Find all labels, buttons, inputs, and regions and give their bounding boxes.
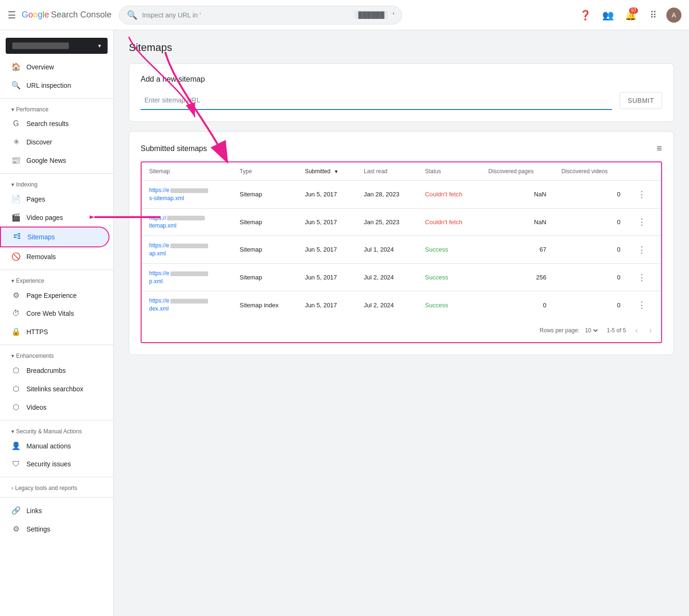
filter-icon[interactable]: ≡ [656,143,662,154]
url-inspection-search[interactable]: 🔍 Inspect any URL in ' ██████ ' [119,6,402,25]
user-management-button[interactable]: 👥 [598,6,617,25]
submitted-sitemaps-title: Submitted sitemaps [141,144,207,153]
sitemap-url[interactable]: https://ep.xml [149,270,225,286]
svg-rect-4 [18,237,20,239]
svg-line-6 [16,235,18,236]
cell-type: Sitemap [232,208,297,236]
submitted-sitemaps-header: Submitted sitemaps ≡ [141,143,662,154]
table-row: https://ep.xmlSitemapJun 5, 2017Jul 2, 2… [142,263,661,291]
cell-actions: ⋮ [628,208,661,236]
sidebar-item-sitemaps[interactable]: Sitemaps [0,227,109,247]
sidebar-item-pages[interactable]: 📄 Pages [0,190,109,208]
cwv-icon: ⏱ [11,309,21,318]
cell-status: Couldn't fetch [418,208,481,236]
sidebar-item-search-results[interactable]: G Search results [0,115,109,133]
add-sitemap-card: Add a new sitemap SUBMIT [129,63,674,122]
sitemap-url[interactable]: https://eap.xml [149,242,225,258]
sitemap-url-input[interactable] [141,91,612,110]
cell-type: Sitemap [232,236,297,264]
sitemaps-table-container: Sitemap Type Submitted ▼ Last read Statu… [141,161,662,343]
sitemap-icon [12,232,22,242]
chevron-down-icon: ▾ [11,181,14,188]
sort-arrow-icon: ▼ [334,169,339,174]
section-label: Performance [16,106,49,113]
col-type: Type [232,162,297,181]
sidebar-section-performance[interactable]: ▾ Performance [0,102,113,115]
submit-sitemap-button[interactable]: SUBMIT [620,92,662,109]
sidebar-item-label: Discover [26,138,52,146]
sitemap-url[interactable]: https://itemap.xml [149,214,225,230]
section-label: Indexing [16,181,37,188]
sitemap-url[interactable]: https://es-sitemap.xml [149,186,225,203]
chevron-down-icon: ▾ [11,353,14,359]
video-icon: 🎬 [11,213,21,222]
sidebar-item-google-news[interactable]: 📰 Google News [0,151,109,169]
sidebar-item-discover[interactable]: ✳ Discover [0,133,109,151]
col-submitted[interactable]: Submitted ▼ [297,162,356,181]
cell-submitted: Jun 5, 2017 [297,263,356,291]
sidebar-section-enhancements[interactable]: ▾ Enhancements [0,349,113,361]
apps-button[interactable]: ⠿ [644,6,663,25]
svg-rect-3 [18,236,20,237]
menu-icon[interactable]: ☰ [8,9,16,21]
cell-submitted: Jun 5, 2017 [297,236,356,264]
discover-icon: ✳ [11,137,21,146]
more-actions-button[interactable]: ⋮ [636,215,648,229]
more-actions-button[interactable]: ⋮ [636,270,648,285]
next-page-button[interactable]: › [647,324,654,337]
help-icon: ❓ [580,9,591,21]
section-label: Experience [16,278,44,284]
sitemaps-table: Sitemap Type Submitted ▼ Last read Statu… [142,162,661,319]
sidebar-item-video-pages[interactable]: 🎬 Video pages [0,208,109,227]
sidebar-divider-1 [0,98,113,99]
sidebar-item-core-web-vitals[interactable]: ⏱ Core Web Vitals [0,304,109,322]
rows-per-page-select[interactable]: 10 25 50 [583,327,599,334]
sidebar-item-label: Breadcrumbs [26,367,66,374]
more-actions-button[interactable]: ⋮ [636,187,648,202]
breadcrumb-icon: ⬡ [11,366,21,375]
news-icon: 📰 [11,156,21,165]
sidebar-item-url-inspection[interactable]: 🔍 URL inspection [0,76,109,94]
svg-rect-0 [14,235,16,236]
sidebar-item-label: Sitemaps [27,233,55,241]
svg-rect-1 [14,236,16,238]
property-selector[interactable]: ▾ [6,38,108,54]
sidebar-item-overview[interactable]: 🏠 Overview [0,58,109,76]
sitemap-url[interactable]: https://edex.xml [149,297,225,313]
cell-type: Sitemap [232,263,297,291]
sidebar-item-label: URL inspection [26,82,71,89]
sidebar-item-https[interactable]: 🔒 HTTPS [0,322,109,341]
google-logo: Google [22,10,49,20]
cell-discovered-videos: 0 [554,291,628,319]
sidebar-divider-4 [0,345,113,345]
notifications-button[interactable]: 🔔 97 [621,6,640,25]
table-row: https://edex.xmlSitemap indexJun 5, 2017… [142,291,661,319]
sidebar-item-label: Removals [26,253,56,261]
sidebar-item-removals[interactable]: 🚫 Removals [0,247,109,266]
search-quote: ' [393,11,394,19]
property-label [12,42,69,49]
sidebar-item-label: Google News [26,157,66,164]
cell-last-read: Jul 2, 2024 [356,263,418,291]
more-actions-button[interactable]: ⋮ [636,298,648,312]
sidebar-section-indexing[interactable]: ▾ Indexing [0,177,113,190]
help-button[interactable]: ❓ [576,6,595,25]
sidebar-section-experience[interactable]: ▾ Experience [0,274,113,286]
table-row: https://eap.xmlSitemapJun 5, 2017Jul 1, … [142,236,661,264]
layout: ▾ 🏠 Overview 🔍 URL inspection ▾ Performa… [0,30,689,376]
section-label: Enhancements [16,353,54,359]
experience-icon: ⚙ [11,291,21,300]
sidebar-item-page-experience[interactable]: ⚙ Page Experience [0,286,109,304]
chevron-down-icon: ▾ [11,106,14,113]
cell-actions: ⋮ [628,291,661,319]
cell-status: Success [418,291,481,319]
prev-page-button[interactable]: ‹ [633,324,639,337]
cell-discovered-videos: 0 [554,236,628,264]
sidebar-item-label: Overview [26,63,54,71]
sidebar-item-breadcrumbs[interactable]: ⬡ Breadcrumbs [0,361,109,376]
sidebar-item-label: Page Experience [26,292,77,299]
more-actions-button[interactable]: ⋮ [636,243,648,257]
avatar[interactable]: A [666,8,681,23]
cell-last-read: Jan 28, 2023 [356,181,418,209]
table-row: https://itemap.xmlSitemapJun 5, 2017Jan … [142,208,661,236]
